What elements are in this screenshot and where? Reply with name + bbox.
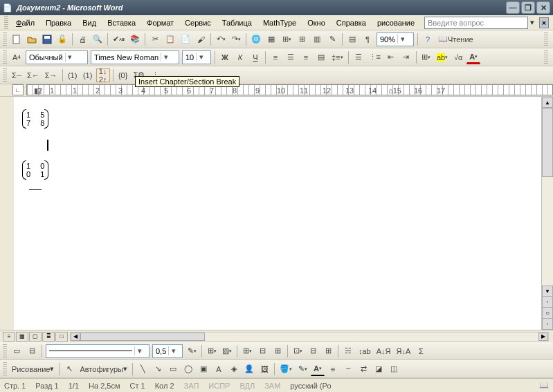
menu-format[interactable]: Формат [141,17,179,28]
copy-button[interactable]: 📋 [163,32,177,46]
toolbar-grip[interactable] [3,68,7,82]
ask-dropdown-icon[interactable]: ▾ [528,18,536,27]
merge-button[interactable]: ⊟ [255,344,269,358]
sort-asc-button[interactable]: A↓Я [374,344,393,358]
status-lang[interactable]: русский (Ро [290,382,331,390]
sigma-right-button[interactable]: Σ→ [43,68,60,82]
italic-button[interactable]: К [233,50,247,64]
new-button[interactable] [10,32,24,46]
bullet-list-button[interactable]: ⋮≡ [367,50,383,64]
excel-button[interactable]: ⊞ [295,32,309,46]
menu-tools[interactable]: Сервис [179,17,217,28]
highlight-button[interactable]: ab▾ [435,50,450,64]
clipart-button[interactable]: 👤 [242,362,256,376]
distribute-cols-button[interactable]: ⊞ [321,344,335,358]
decrease-indent-button[interactable]: ⇤ [384,50,398,64]
status-ext[interactable]: ВДЛ [239,382,255,390]
sigma-left-button[interactable]: Σ← [25,68,42,82]
zoom-combo[interactable]: 90%▾ [377,32,414,46]
autoshapes-button[interactable]: Автофигуры▾ [78,362,129,376]
styles-pane-button[interactable]: A4 [10,50,24,64]
line-color-button[interactable]: ✎▾ [296,362,309,376]
toolbar-grip[interactable] [3,50,7,64]
line-button[interactable]: ╲ [136,362,149,376]
print-view-button[interactable]: ▢ [29,332,42,342]
borders-button[interactable]: ⊞▾ [419,50,433,64]
vertical-ruler[interactable] [0,97,14,330]
toolbar-grip[interactable] [3,344,7,358]
font-color-button[interactable]: A▾ [466,50,480,64]
browse-object-icon[interactable]: ○ [542,308,553,319]
close-help-button[interactable]: × [539,17,549,28]
web-view-button[interactable]: ▦ [16,332,28,342]
arrow-button[interactable]: ↘ [151,362,165,376]
columns-button[interactable]: ▥ [310,32,324,46]
line-style-combo[interactable]: ▾ [46,344,149,358]
drawing-toggle-button[interactable]: ✎ [325,32,339,46]
rectangle-button[interactable]: ▭ [166,362,180,376]
toolbar-grip[interactable] [4,16,8,30]
text-direction-button[interactable]: ↕ab [356,344,373,358]
horizontal-ruler[interactable]: ◧ 21 123 456 789 101112 1314 ⌂151617 [26,84,553,95]
doc-map-button[interactable]: ▤ [345,32,359,46]
menu-view[interactable]: Вид [77,17,102,28]
reading-view-button[interactable]: □ [55,332,68,342]
scroll-right-icon[interactable]: ▶ [538,333,548,341]
dash-style-button[interactable]: ┄ [341,362,355,376]
line-spacing-button[interactable]: ‡≡▾ [329,50,345,64]
sigma-inline-button[interactable]: Σ— [10,68,24,82]
shading-button[interactable]: ▨▾ [220,344,234,358]
print-button[interactable]: 🖨 [75,32,89,46]
menu-drawing[interactable]: рисование [372,17,420,28]
line-weight-combo[interactable]: 0,5▾ [152,344,183,358]
insert-table2-button[interactable]: ⊞▾ [240,344,254,358]
wordart-button[interactable]: A [212,362,226,376]
equation-button[interactable]: √α [451,50,465,64]
permissions-button[interactable]: 🔓 [55,32,69,46]
line-button-2[interactable]: ⊟ [25,344,39,358]
menu-table[interactable]: Таблица [217,17,257,28]
shadow-button[interactable]: ◪ [372,362,386,376]
minimize-button[interactable]: — [506,1,520,14]
scroll-thumb[interactable] [542,108,553,177]
distribute-rows-button[interactable]: ⊟ [306,344,320,358]
spellcheck-button[interactable]: ✔ᴀʙ [111,32,127,46]
toolbar-grip[interactable] [3,362,7,376]
tab-selector[interactable]: ∟ [12,84,24,95]
outline-view-button[interactable]: ≣ [42,332,55,342]
increase-indent-button[interactable]: ⇥ [399,50,413,64]
close-button[interactable]: ✕ [536,1,550,14]
status-trk[interactable]: ИСПР [208,382,230,390]
insert-number-button[interactable]: (1) [66,68,80,82]
numbered-list-button[interactable]: ☰ [352,50,365,64]
draw-menu-button[interactable]: Рисование▾ [10,362,56,376]
scroll-left-icon[interactable]: ◀ [71,333,80,341]
next-page-icon[interactable]: ◦ [542,319,553,330]
document-page[interactable]: 15 78 10 01 [14,97,541,330]
ask-question-box[interactable]: Введите вопрос [424,17,528,29]
toolbar-overflow[interactable] [544,50,548,64]
menu-help[interactable]: Справка [331,17,372,28]
hyperlink-button[interactable]: 🌐 [249,32,263,46]
research-button[interactable]: 📚 [128,32,142,46]
insert-ref-button[interactable]: (1) [81,68,95,82]
normal-view-button[interactable]: ≡ [3,332,15,342]
toggle-eq-button[interactable]: {0} [116,68,130,82]
align-right-button[interactable]: ≡ [299,50,313,64]
menu-file[interactable]: Файл [10,17,40,28]
style-combo[interactable]: Обычный▾ [26,50,88,64]
3d-button[interactable]: ◫ [387,362,401,376]
toolbar-grip[interactable] [3,32,7,46]
print-preview-button[interactable]: 🔍 [91,32,105,46]
paste-button[interactable]: 📄 [179,32,192,46]
prev-page-icon[interactable]: ◦ [542,297,553,308]
align-justify-button[interactable]: ▤ [314,50,328,64]
underline-button[interactable]: Ч [248,50,262,64]
select-objects-button[interactable]: ↖ [62,362,76,376]
toolbar-overflow[interactable] [544,32,548,46]
menu-mathtype[interactable]: MathType [257,17,302,28]
font-color2-button[interactable]: A▾ [311,362,325,376]
vertical-scrollbar[interactable]: ▲ ▼ ◦ ○ ◦ [541,97,553,330]
align-left-button[interactable]: ≡ [269,50,282,64]
pen-color-button[interactable]: ✎▾ [185,344,199,358]
